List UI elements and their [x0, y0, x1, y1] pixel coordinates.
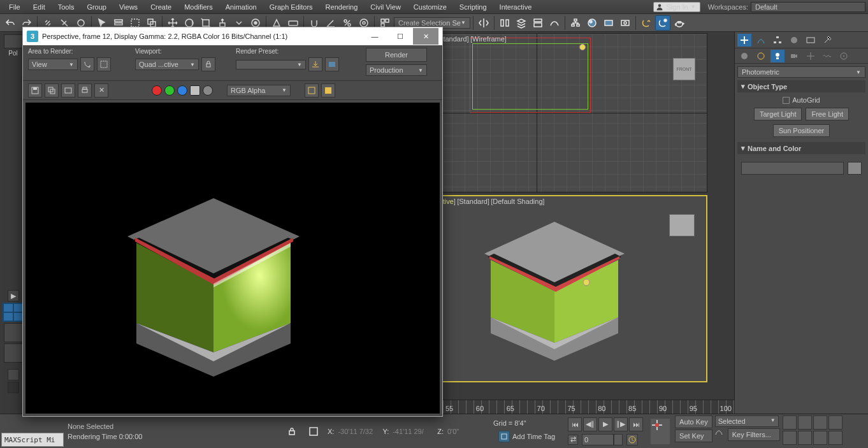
render-prod-button[interactable]: [639, 15, 654, 31]
pan-view-button[interactable]: [798, 431, 812, 445]
polygon-panel[interactable]: [4, 34, 23, 48]
key-filter-selected[interactable]: Selected▼: [715, 415, 779, 427]
front-viewport[interactable]: FRONT [+] [nt] [Standard] [Wireframe]: [413, 33, 707, 192]
spacewarps-subtab[interactable]: [820, 50, 834, 62]
blue-channel-button[interactable]: [177, 85, 187, 96]
expand-button[interactable]: ▶: [8, 290, 19, 301]
current-frame-field[interactable]: [582, 434, 614, 445]
maxscript-listener[interactable]: MAXScript Mi: [1, 433, 64, 447]
left-slot-2[interactable]: [4, 343, 23, 363]
namecolor-rollout[interactable]: ▾Name and Color: [737, 142, 865, 154]
clear-button[interactable]: ✕: [94, 83, 108, 98]
geometry-subtab[interactable]: [737, 50, 751, 62]
menu-customize[interactable]: Customize: [407, 2, 453, 12]
menu-create[interactable]: Create: [144, 2, 178, 12]
preset-load-button[interactable]: [308, 57, 322, 71]
keytangent-button[interactable]: [715, 428, 727, 441]
green-channel-button[interactable]: [164, 85, 175, 96]
menu-rendering[interactable]: Rendering: [319, 2, 365, 12]
red-channel-button[interactable]: [152, 85, 162, 96]
viewport-dropdown[interactable]: Quad ...ctive▼: [135, 59, 199, 70]
area-edit-button[interactable]: [80, 57, 94, 71]
toggle-ribbon-button[interactable]: [530, 15, 546, 31]
frame-spinner[interactable]: [614, 434, 623, 445]
goto-start-button[interactable]: ⏮: [568, 417, 582, 431]
render-frame-button[interactable]: [618, 15, 633, 31]
absolute-mode-button[interactable]: [306, 424, 321, 439]
pan-button[interactable]: [783, 415, 797, 430]
motion-tab[interactable]: [787, 34, 801, 47]
maximize-viewport-button[interactable]: [828, 431, 843, 445]
viewport-lock-button[interactable]: [201, 57, 215, 71]
perspective-viewport[interactable]: [+] [spective] [Standard] [Default Shadi…: [413, 195, 707, 382]
key-mode-button[interactable]: ⇄: [568, 435, 578, 445]
set-key-large-button[interactable]: [651, 419, 670, 444]
print-button[interactable]: [78, 83, 92, 98]
free-light-button[interactable]: Free Light: [806, 108, 849, 120]
menu-civilview[interactable]: Civil View: [364, 2, 407, 12]
create-tab[interactable]: [737, 34, 751, 47]
left-slot-3[interactable]: [8, 369, 19, 380]
zoom-extents-button[interactable]: [813, 415, 827, 430]
left-slot-1[interactable]: [4, 323, 23, 342]
render-button[interactable]: Render: [366, 48, 427, 62]
renderwin-titlebar[interactable]: 3 Perspective, frame 12, Display Gamma: …: [23, 27, 442, 45]
add-time-tag[interactable]: Add Time Tag: [493, 430, 560, 444]
curve-editor-button[interactable]: [547, 15, 562, 31]
play-button[interactable]: ▶: [598, 417, 612, 431]
object-name-field[interactable]: [741, 162, 844, 175]
align-button[interactable]: [497, 15, 512, 31]
light-gizmo[interactable]: [579, 44, 586, 50]
close-button[interactable]: ✕: [413, 28, 438, 45]
utilities-tab[interactable]: [820, 34, 834, 47]
key-filters-button[interactable]: Key Filters...: [728, 428, 780, 441]
display-tab[interactable]: [804, 34, 818, 47]
area-autoregion-button[interactable]: [97, 57, 111, 71]
autogrid-checkbox[interactable]: AutoGrid: [783, 96, 820, 104]
lock-selection-button[interactable]: [284, 424, 300, 439]
preset-dropdown[interactable]: ▼: [236, 60, 306, 69]
menu-modifiers[interactable]: Modifiers: [178, 2, 219, 12]
menu-interactive[interactable]: Interactive: [493, 2, 539, 12]
objecttype-rollout[interactable]: ▾Object Type: [737, 80, 865, 92]
signin-button[interactable]: Sign In▼: [653, 2, 700, 12]
layers-button[interactable]: [514, 15, 529, 31]
viewcube-persp[interactable]: [669, 214, 695, 236]
material-button[interactable]: [584, 15, 600, 31]
alpha-channel-button[interactable]: [190, 85, 200, 96]
sun-positioner-button[interactable]: Sun Positioner: [773, 124, 830, 137]
menu-tools[interactable]: Tools: [52, 2, 81, 12]
object-color-swatch[interactable]: [848, 162, 862, 175]
set-key-button[interactable]: Set Key: [675, 430, 712, 442]
clone-image-button[interactable]: [61, 83, 75, 98]
fov-button[interactable]: [783, 431, 797, 445]
render-setup-button[interactable]: [601, 15, 616, 31]
viewcube-front[interactable]: FRONT: [673, 58, 695, 80]
prev-frame-button[interactable]: ◀∥: [583, 417, 597, 431]
time-config-button[interactable]: [626, 434, 638, 445]
zoom-region-button[interactable]: [828, 415, 843, 430]
goto-end-button[interactable]: ⏭: [629, 417, 643, 431]
channel-dropdown[interactable]: RGB Alpha▼: [227, 85, 291, 96]
next-frame-button[interactable]: ∥▶: [614, 417, 628, 431]
menu-scripting[interactable]: Scripting: [453, 2, 493, 12]
render-output-canvas[interactable]: [25, 103, 440, 414]
toggle-overlay-button[interactable]: [305, 83, 319, 98]
menu-animation[interactable]: Animation: [219, 2, 263, 12]
category-dropdown[interactable]: Photometric▼: [737, 66, 865, 78]
menu-group[interactable]: Group: [80, 2, 113, 12]
maximize-button[interactable]: ☐: [387, 28, 413, 45]
helpers-subtab[interactable]: [804, 50, 818, 62]
shapes-subtab[interactable]: [754, 50, 768, 62]
production-dropdown[interactable]: Production▼: [366, 64, 427, 76]
save-image-button[interactable]: [28, 83, 42, 98]
area-dropdown[interactable]: View▼: [28, 59, 78, 70]
zoom-button[interactable]: [798, 415, 812, 430]
menu-grapheditors[interactable]: Graph Editors: [263, 2, 319, 12]
time-slider[interactable]: 556065707580859095100: [443, 398, 734, 414]
target-light-button[interactable]: Target Light: [754, 108, 802, 120]
cameras-subtab[interactable]: [787, 50, 801, 62]
undo-button[interactable]: [3, 15, 18, 31]
mirror-button[interactable]: [476, 15, 491, 31]
teapot-button[interactable]: [672, 15, 687, 31]
